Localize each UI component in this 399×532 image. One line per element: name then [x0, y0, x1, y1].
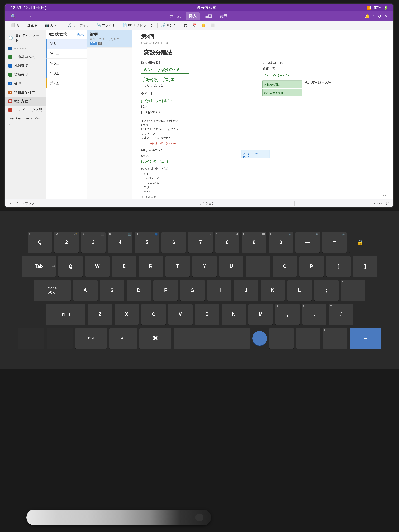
key-b[interactable]: B — [195, 304, 219, 325]
add-section-button[interactable]: + + セクション — [189, 200, 220, 207]
key-rbracket[interactable]: } ] — [353, 256, 377, 277]
add-page-button[interactable]: + + ページ — [369, 200, 393, 207]
section-item-3[interactable]: 第3回 — [46, 39, 87, 49]
key-n[interactable]: N — [222, 304, 246, 325]
key-e[interactable]: E — [112, 256, 136, 277]
tab-view[interactable]: 表示 — [216, 13, 230, 20]
section-item-4[interactable]: 第4回 — [46, 49, 87, 59]
toolbar-camera[interactable]: 📷 カメラ — [42, 22, 63, 28]
key-9[interactable]: ( ⏭ 9 — [242, 232, 266, 253]
key-2[interactable]: @ 🎮 2 — [54, 232, 79, 253]
key-o[interactable]: O — [272, 256, 297, 277]
sidebar-item-other[interactable]: その他のノートブック — [5, 114, 46, 128]
key-slash[interactable]: ? / — [329, 304, 353, 325]
sidebar-item-computer[interactable]: N コンピュータ入門 — [5, 106, 46, 114]
section-list-edit[interactable]: 編集 — [77, 32, 84, 37]
key-q-num[interactable]: ! Q — [28, 232, 52, 253]
key-lbracket[interactable]: { [ — [326, 256, 351, 277]
key-k[interactable]: K — [261, 280, 285, 301]
sidebar-item-recent[interactable]: 🕐 最近使ったノート — [5, 31, 46, 44]
tab-insert[interactable]: 挿入 — [185, 13, 200, 20]
key-comma[interactable]: < , — [275, 304, 300, 325]
key-3[interactable]: # ⬛ 3 — [81, 232, 106, 253]
key-minus[interactable]: _ 🔉 — — [295, 232, 320, 253]
key-8[interactable]: * ⏯ 8 — [215, 232, 240, 253]
key-v[interactable]: V — [168, 304, 192, 325]
add-notebook-button[interactable]: + + ノートブック — [5, 200, 39, 207]
key-x[interactable]: X — [114, 304, 139, 325]
toolbar-image[interactable]: 🖼 画像 — [24, 22, 40, 28]
key-backslash-area[interactable]: \ — [323, 328, 347, 349]
section-item-5[interactable]: 第5回 — [46, 59, 87, 69]
key-g[interactable]: G — [180, 280, 205, 301]
page-item-3[interactable]: 第3回 追加テキストはありま… 住宅 墨 — [87, 30, 132, 48]
key-r[interactable]: R — [139, 256, 163, 277]
key-cmd[interactable]: ⌘ — [139, 328, 171, 349]
section-item-7[interactable]: 第7回 — [46, 78, 87, 88]
key-5[interactable]: % 🔵 5 — [135, 232, 159, 253]
share-icon[interactable]: ↑ — [373, 14, 375, 18]
toolbar-link[interactable]: 🔗 リンク — [158, 22, 179, 28]
key-spacebar[interactable] — [173, 328, 250, 349]
notification-icon[interactable]: 🔔 — [365, 14, 370, 19]
toolbar-emoji[interactable]: 😊 — [199, 23, 208, 28]
key-h[interactable]: H — [207, 280, 231, 301]
sidebar-item-ethics[interactable]: N 倫理学 — [5, 79, 46, 88]
key-a[interactable]: A — [73, 280, 97, 301]
tab-draw[interactable]: 描画 — [201, 13, 215, 20]
key-0[interactable]: ) 🔈 0 — [269, 232, 293, 253]
key-equals[interactable]: + 🔊 = — [322, 232, 347, 253]
key-lock[interactable]: 🔒 — [349, 232, 371, 253]
key-4[interactable]: $ 💻 4 — [108, 232, 132, 253]
key-tab[interactable]: Tab ⇥ — [22, 256, 56, 277]
tab-home[interactable]: ホーム — [166, 13, 184, 20]
key-p[interactable]: P — [299, 256, 324, 277]
key-tilde-area[interactable]: ~ — [269, 328, 294, 349]
settings-icon[interactable]: ⚙ — [378, 14, 381, 19]
toolbar-sticker[interactable]: ⬜ — [208, 23, 217, 28]
toolbar-file[interactable]: 📎 ファイル — [94, 22, 118, 28]
key-q[interactable]: Q — [58, 256, 83, 277]
key-s[interactable]: S — [100, 280, 124, 301]
key-c[interactable]: C — [141, 304, 166, 325]
key-pipe-area[interactable]: | — [296, 328, 321, 349]
toolbar-audio[interactable]: 🎵 オーディオ — [65, 22, 92, 28]
toolbar-table[interactable]: ⬜ 表 — [8, 22, 22, 28]
key-alt[interactable]: Alt — [109, 328, 137, 349]
forward-button[interactable]: → — [27, 14, 32, 19]
back-button[interactable]: ← — [19, 14, 24, 19]
key-y[interactable]: Y — [192, 256, 217, 277]
key-7[interactable]: & ⏮ 7 — [188, 232, 213, 253]
key-i[interactable]: I — [246, 256, 270, 277]
key-f[interactable]: F — [153, 280, 178, 301]
section-item-6[interactable]: 第6回 — [46, 69, 87, 78]
toolbar-math[interactable]: π — [181, 22, 190, 29]
sidebar-item-blurred[interactable]: N ■ ■ ■ ■ ■ — [5, 44, 46, 52]
sidebar-item-english[interactable]: N 英語表現 — [5, 70, 46, 79]
search-button[interactable]: 🔍 — [11, 14, 16, 19]
key-d[interactable]: D — [127, 280, 151, 301]
sidebar-item-diff[interactable]: 📖 微分方程式 — [5, 97, 46, 106]
sidebar-item-infobio[interactable]: N 情報生命科学 — [5, 88, 46, 97]
toolbar-calendar[interactable]: 📅 — [190, 23, 199, 28]
key-trackpad[interactable] — [252, 331, 267, 346]
key-u[interactable]: U — [219, 256, 243, 277]
toolbar-pdf[interactable]: 📄 PDF印刷イメージ — [120, 22, 156, 28]
key-semicolon[interactable]: : ; — [314, 280, 339, 301]
key-period[interactable]: > . — [302, 304, 326, 325]
key-z[interactable]: Z — [88, 304, 112, 325]
key-6[interactable]: ^ 6 — [162, 232, 186, 253]
sidebar-item-biology[interactable]: N 生命科学基礎 — [5, 52, 46, 61]
key-j[interactable]: J — [234, 280, 258, 301]
key-t[interactable]: T — [165, 256, 190, 277]
sidebar-item-earth[interactable]: N 地球環境 — [5, 61, 46, 70]
key-m[interactable]: M — [248, 304, 273, 325]
key-arrow-right[interactable]: → — [350, 328, 381, 349]
key-l[interactable]: L — [287, 280, 312, 301]
key-ctrl[interactable]: Ctrl — [75, 328, 107, 349]
key-quote[interactable]: " ' — [341, 280, 365, 301]
key-shift-left[interactable]: ⇧hift — [46, 304, 85, 325]
key-caps-lock[interactable]: CapsoCk — [34, 280, 71, 301]
key-w[interactable]: W — [85, 256, 109, 277]
close-icon[interactable]: ✕ — [385, 14, 388, 19]
